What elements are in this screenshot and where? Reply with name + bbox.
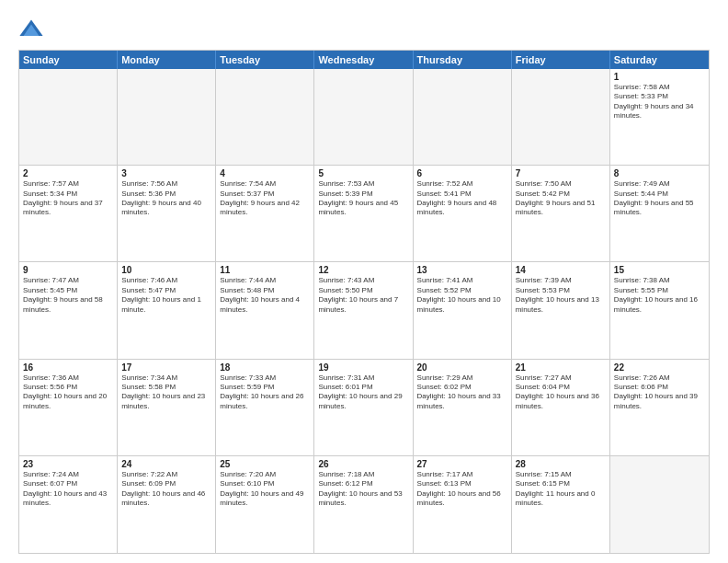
- day-info: Sunrise: 7:18 AM Sunset: 6:12 PM Dayligh…: [318, 470, 408, 509]
- day-number: 5: [318, 168, 408, 178]
- day-info: Sunrise: 7:58 AM Sunset: 5:33 PM Dayligh…: [614, 83, 705, 121]
- logo: [18, 17, 48, 42]
- calendar-cell: 24Sunrise: 7:22 AM Sunset: 6:09 PM Dayli…: [118, 456, 216, 553]
- day-info: Sunrise: 7:54 AM Sunset: 5:37 PM Dayligh…: [220, 179, 310, 218]
- day-number: 19: [318, 362, 408, 373]
- day-number: 17: [121, 362, 211, 373]
- calendar-cell: 18Sunrise: 7:33 AM Sunset: 5:59 PM Dayli…: [216, 360, 314, 455]
- calendar-cell: 10Sunrise: 7:46 AM Sunset: 5:47 PM Dayli…: [118, 262, 216, 358]
- day-number: 8: [614, 168, 705, 178]
- calendar-cell: 9Sunrise: 7:47 AM Sunset: 5:45 PM Daylig…: [19, 262, 118, 358]
- day-number: 24: [121, 459, 211, 469]
- day-number: 25: [220, 459, 310, 469]
- day-info: Sunrise: 7:52 AM Sunset: 5:41 PM Dayligh…: [417, 179, 507, 218]
- calendar-cell: 21Sunrise: 7:27 AM Sunset: 6:04 PM Dayli…: [512, 360, 610, 455]
- calendar-cell: 2Sunrise: 7:57 AM Sunset: 5:34 PM Daylig…: [19, 166, 118, 261]
- calendar-row-2: 2Sunrise: 7:57 AM Sunset: 5:34 PM Daylig…: [19, 166, 709, 262]
- day-info: Sunrise: 7:31 AM Sunset: 6:01 PM Dayligh…: [318, 373, 408, 412]
- day-info: Sunrise: 7:39 AM Sunset: 5:53 PM Dayligh…: [516, 276, 606, 315]
- calendar-cell: 8Sunrise: 7:49 AM Sunset: 5:44 PM Daylig…: [610, 166, 709, 261]
- day-number: 14: [516, 265, 606, 275]
- calendar-row-1: 1Sunrise: 7:58 AM Sunset: 5:33 PM Daylig…: [19, 69, 709, 166]
- day-number: 1: [614, 72, 705, 82]
- day-info: Sunrise: 7:17 AM Sunset: 6:13 PM Dayligh…: [417, 470, 507, 509]
- day-number: 12: [318, 265, 408, 275]
- calendar-cell: 3Sunrise: 7:56 AM Sunset: 5:36 PM Daylig…: [118, 166, 216, 261]
- calendar-cell: [19, 69, 118, 165]
- calendar-cell: [314, 69, 413, 165]
- day-info: Sunrise: 7:53 AM Sunset: 5:39 PM Dayligh…: [318, 179, 408, 218]
- calendar-cell: 19Sunrise: 7:31 AM Sunset: 6:01 PM Dayli…: [314, 360, 413, 455]
- calendar-cell: 20Sunrise: 7:29 AM Sunset: 6:02 PM Dayli…: [414, 360, 512, 455]
- day-number: 2: [23, 168, 113, 178]
- calendar-cell: 4Sunrise: 7:54 AM Sunset: 5:37 PM Daylig…: [216, 166, 314, 261]
- calendar-cell: [512, 69, 610, 165]
- day-info: Sunrise: 7:24 AM Sunset: 6:07 PM Dayligh…: [23, 470, 113, 509]
- calendar-cell: [610, 456, 709, 553]
- day-info: Sunrise: 7:20 AM Sunset: 6:10 PM Dayligh…: [220, 470, 310, 509]
- header-day-saturday: Saturday: [610, 51, 709, 69]
- day-info: Sunrise: 7:27 AM Sunset: 6:04 PM Dayligh…: [516, 373, 606, 412]
- day-number: 3: [121, 168, 211, 178]
- calendar-cell: 16Sunrise: 7:36 AM Sunset: 5:56 PM Dayli…: [19, 360, 118, 455]
- day-info: Sunrise: 7:36 AM Sunset: 5:56 PM Dayligh…: [23, 373, 113, 412]
- day-info: Sunrise: 7:38 AM Sunset: 5:55 PM Dayligh…: [614, 276, 705, 315]
- day-info: Sunrise: 7:41 AM Sunset: 5:52 PM Dayligh…: [417, 276, 507, 315]
- day-number: 11: [220, 265, 310, 275]
- header-day-sunday: Sunday: [19, 51, 118, 69]
- calendar-cell: [118, 69, 216, 165]
- calendar-cell: 22Sunrise: 7:26 AM Sunset: 6:06 PM Dayli…: [610, 360, 709, 455]
- day-number: 7: [516, 168, 606, 178]
- calendar-cell: [216, 69, 314, 165]
- calendar-cell: 25Sunrise: 7:20 AM Sunset: 6:10 PM Dayli…: [216, 456, 314, 553]
- day-info: Sunrise: 7:46 AM Sunset: 5:47 PM Dayligh…: [121, 276, 211, 315]
- day-info: Sunrise: 7:22 AM Sunset: 6:09 PM Dayligh…: [121, 470, 211, 509]
- day-number: 22: [614, 362, 705, 373]
- header: [18, 17, 710, 42]
- calendar-cell: 6Sunrise: 7:52 AM Sunset: 5:41 PM Daylig…: [414, 166, 512, 261]
- day-info: Sunrise: 7:47 AM Sunset: 5:45 PM Dayligh…: [23, 276, 113, 315]
- day-info: Sunrise: 7:43 AM Sunset: 5:50 PM Dayligh…: [318, 276, 408, 315]
- calendar-cell: 11Sunrise: 7:44 AM Sunset: 5:48 PM Dayli…: [216, 262, 314, 358]
- day-number: 20: [417, 362, 507, 373]
- page: SundayMondayTuesdayWednesdayThursdayFrid…: [0, 0, 728, 563]
- day-number: 6: [417, 168, 507, 178]
- calendar-cell: 7Sunrise: 7:50 AM Sunset: 5:42 PM Daylig…: [512, 166, 610, 261]
- calendar-cell: 28Sunrise: 7:15 AM Sunset: 6:15 PM Dayli…: [512, 456, 610, 553]
- day-number: 26: [318, 459, 408, 469]
- calendar-cell: 17Sunrise: 7:34 AM Sunset: 5:58 PM Dayli…: [118, 360, 216, 455]
- day-number: 21: [516, 362, 606, 373]
- calendar-cell: 26Sunrise: 7:18 AM Sunset: 6:12 PM Dayli…: [314, 456, 413, 553]
- day-number: 15: [614, 265, 705, 275]
- calendar: SundayMondayTuesdayWednesdayThursdayFrid…: [18, 50, 710, 554]
- day-info: Sunrise: 7:57 AM Sunset: 5:34 PM Dayligh…: [23, 179, 113, 218]
- day-number: 23: [23, 459, 113, 469]
- calendar-cell: [414, 69, 512, 165]
- header-day-monday: Monday: [118, 51, 216, 69]
- calendar-cell: 5Sunrise: 7:53 AM Sunset: 5:39 PM Daylig…: [314, 166, 413, 261]
- day-info: Sunrise: 7:44 AM Sunset: 5:48 PM Dayligh…: [220, 276, 310, 315]
- day-info: Sunrise: 7:15 AM Sunset: 6:15 PM Dayligh…: [516, 470, 606, 509]
- header-day-thursday: Thursday: [414, 51, 512, 69]
- calendar-cell: 27Sunrise: 7:17 AM Sunset: 6:13 PM Dayli…: [414, 456, 512, 553]
- calendar-body: 1Sunrise: 7:58 AM Sunset: 5:33 PM Daylig…: [19, 69, 709, 553]
- logo-icon: [18, 17, 44, 42]
- calendar-row-4: 16Sunrise: 7:36 AM Sunset: 5:56 PM Dayli…: [19, 360, 709, 456]
- day-number: 18: [220, 362, 310, 373]
- day-number: 10: [121, 265, 211, 275]
- day-number: 9: [23, 265, 113, 275]
- day-number: 28: [516, 459, 606, 469]
- day-number: 13: [417, 265, 507, 275]
- day-info: Sunrise: 7:49 AM Sunset: 5:44 PM Dayligh…: [614, 179, 705, 218]
- calendar-cell: 13Sunrise: 7:41 AM Sunset: 5:52 PM Dayli…: [414, 262, 512, 358]
- calendar-row-5: 23Sunrise: 7:24 AM Sunset: 6:07 PM Dayli…: [19, 456, 709, 553]
- calendar-cell: 12Sunrise: 7:43 AM Sunset: 5:50 PM Dayli…: [314, 262, 413, 358]
- day-info: Sunrise: 7:34 AM Sunset: 5:58 PM Dayligh…: [121, 373, 211, 412]
- calendar-cell: 1Sunrise: 7:58 AM Sunset: 5:33 PM Daylig…: [610, 69, 709, 165]
- header-day-wednesday: Wednesday: [314, 51, 413, 69]
- header-day-friday: Friday: [512, 51, 610, 69]
- day-number: 4: [220, 168, 310, 178]
- calendar-row-3: 9Sunrise: 7:47 AM Sunset: 5:45 PM Daylig…: [19, 262, 709, 359]
- header-day-tuesday: Tuesday: [216, 51, 314, 69]
- calendar-header: SundayMondayTuesdayWednesdayThursdayFrid…: [19, 51, 709, 69]
